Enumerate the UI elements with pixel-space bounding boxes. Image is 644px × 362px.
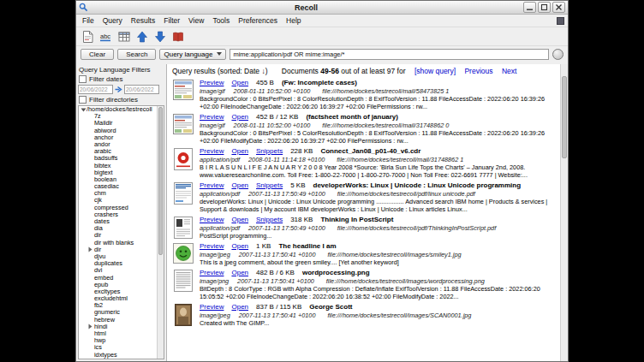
result-abstract: developerWorks: Linux | Unicode : Linux … — [200, 198, 558, 213]
menu-help[interactable]: Help — [282, 15, 305, 26]
show-query-link[interactable]: [show query] — [414, 67, 456, 75]
tree-root-item[interactable]: /home/dockes/testrecoll — [79, 106, 158, 113]
result-link-snippets[interactable]: Snippets — [256, 181, 283, 189]
tree-item[interactable]: dvi — [79, 267, 158, 274]
tree-item[interactable]: embed — [79, 275, 158, 282]
tree-item[interactable]: excludehtml — [79, 295, 158, 302]
pdf-icon[interactable] — [172, 147, 194, 179]
menu-file[interactable]: File — [78, 15, 98, 26]
tree-item[interactable]: hindi — [79, 323, 158, 330]
minimize-icon[interactable] — [523, 2, 536, 13]
date-from-input[interactable] — [78, 85, 113, 94]
results-scrollbar[interactable] — [560, 64, 568, 361]
tree-item[interactable]: bibtex — [79, 163, 158, 169]
gif-image-icon[interactable] — [172, 113, 194, 145]
menu-tools[interactable]: Tools — [208, 15, 234, 26]
tree-item[interactable]: dir — [79, 246, 158, 253]
menu-results[interactable]: Results — [127, 15, 159, 26]
tree-item[interactable]: andor — [79, 141, 158, 148]
tree-item[interactable]: abiword — [79, 128, 158, 134]
text-doc-icon[interactable] — [172, 269, 194, 300]
manual-icon[interactable] — [170, 30, 185, 44]
page-up-icon[interactable] — [134, 30, 149, 44]
tree-item[interactable]: arabic — [79, 148, 158, 155]
maximize-icon[interactable] — [538, 2, 551, 13]
result-link-preview[interactable]: Preview — [200, 113, 224, 121]
filter-directories-checkbox-icon[interactable] — [79, 96, 86, 104]
postscript-doc-icon[interactable] — [172, 216, 194, 240]
menu-query[interactable]: Query — [98, 15, 127, 26]
result-size: 837 B / 115 KB — [256, 303, 301, 311]
result-mimetype: image/jpeg — [200, 251, 230, 258]
result-link-open[interactable]: Open — [231, 269, 248, 276]
results-scrollbar-thumb[interactable] — [562, 76, 567, 158]
table-view-icon[interactable] — [116, 30, 131, 44]
tree-item[interactable]: badsuffs — [79, 155, 158, 162]
next-page-link[interactable]: Next — [502, 67, 516, 75]
result-link-open[interactable]: Open — [231, 303, 248, 311]
tree-item[interactable]: bigtext — [79, 169, 158, 176]
result-link-snippets[interactable]: Snippets — [256, 147, 283, 155]
search-menu-icon[interactable] — [552, 49, 564, 60]
tree-item[interactable]: duplicates — [79, 260, 158, 267]
menu-preferences[interactable]: Preferences — [234, 15, 282, 26]
photo-icon[interactable] — [172, 303, 194, 327]
result-abstract: B I R L A S U N L I F E J A N U A R Y 2 … — [200, 163, 558, 179]
tree-item[interactable]: 7z — [79, 113, 158, 120]
result-link-open[interactable]: Open — [231, 216, 248, 223]
find-letters-icon[interactable]: abc — [98, 30, 113, 44]
result-link-preview[interactable]: Preview — [200, 216, 224, 223]
result-link-preview[interactable]: Preview — [200, 147, 224, 155]
tree-item[interactable]: idxtypes — [79, 352, 158, 359]
tree-item[interactable]: hwp — [79, 337, 158, 344]
tree-item[interactable]: hebrew — [79, 317, 158, 323]
gif-image-icon[interactable] — [172, 79, 194, 110]
filter-dates-toggle[interactable]: Filter dates — [76, 74, 166, 84]
previous-page-link[interactable]: Previous — [464, 67, 492, 75]
result-title: (factsheet month of january) — [306, 113, 398, 121]
menu-filter[interactable]: Filter — [159, 15, 184, 26]
tree-item[interactable]: dia — [79, 225, 158, 232]
search-button[interactable]: Search — [117, 49, 156, 60]
filter-dates-checkbox-icon[interactable] — [79, 75, 86, 83]
tree-item[interactable]: chm — [79, 190, 158, 197]
result-link-preview[interactable]: Preview — [200, 242, 224, 250]
result-link-open[interactable]: Open — [231, 242, 248, 250]
result-link-preview[interactable]: Preview — [200, 303, 224, 311]
tree-item[interactable]: Maildir — [79, 120, 158, 127]
date-to-input[interactable] — [124, 85, 159, 94]
ibm-doc-icon[interactable] — [172, 181, 194, 213]
tree-item[interactable]: compressed — [79, 205, 158, 211]
smiley-icon[interactable] — [172, 242, 194, 266]
filter-directories-toggle[interactable]: Filter directories — [76, 95, 166, 104]
result-link-preview[interactable]: Preview — [200, 181, 224, 189]
tree-item[interactable]: gnumeric — [79, 309, 158, 316]
tree-scrollbar[interactable] — [157, 106, 164, 359]
query-input[interactable] — [230, 49, 549, 60]
result-link-open[interactable]: Open — [231, 147, 248, 155]
clear-button[interactable]: Clear — [80, 49, 114, 60]
result-link-preview[interactable]: Preview — [200, 79, 224, 86]
documents-label: Documents — [282, 67, 319, 75]
directory-tree[interactable]: /home/dockes/testrecoll 7zMaildirabiword… — [78, 105, 164, 359]
tree-scrollbar-thumb[interactable] — [158, 107, 163, 255]
titlebar[interactable]: Recoll — [76, 1, 568, 15]
result-link-snippets[interactable]: Snippets — [256, 216, 283, 223]
result-link-open[interactable]: Open — [231, 113, 248, 121]
search-mode-select[interactable]: Query language — [159, 49, 226, 60]
tree-item[interactable]: dir with blanks — [79, 240, 158, 246]
tree-item[interactable]: casediac — [79, 183, 158, 190]
result-link-open[interactable]: Open — [231, 181, 248, 189]
tree-item[interactable]: ics — [79, 344, 158, 351]
page-down-icon[interactable] — [152, 30, 167, 44]
tree-item[interactable]: crashers — [79, 211, 158, 218]
result-link-preview[interactable]: Preview — [200, 269, 224, 276]
collapse-icon[interactable] — [80, 108, 86, 112]
result-link-open[interactable]: Open — [231, 79, 248, 86]
menu-view[interactable]: View — [184, 15, 208, 26]
tree-item[interactable]: dates — [79, 218, 158, 225]
document-icon[interactable] — [80, 30, 95, 44]
close-icon[interactable] — [552, 2, 565, 13]
tree-item[interactable]: anchor — [79, 134, 158, 141]
tree-item[interactable]: html — [79, 330, 158, 337]
